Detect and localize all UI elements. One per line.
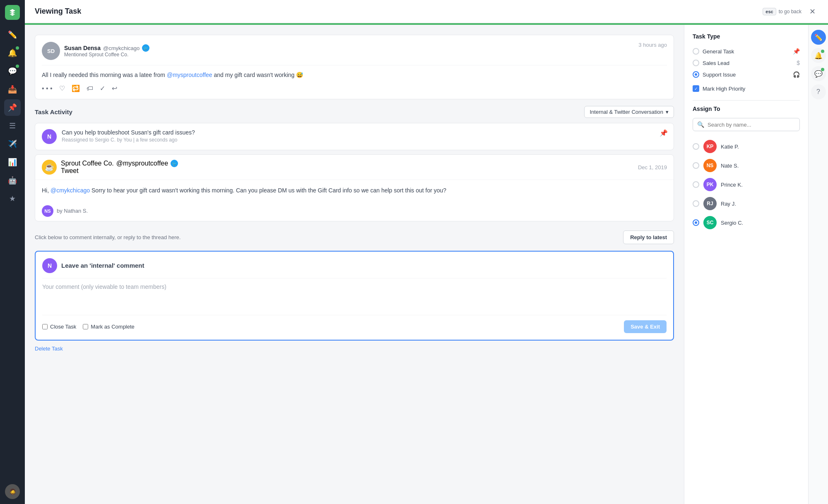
assign-to-title: Assign To [693, 106, 800, 112]
conversation-dropdown[interactable]: Internal & Twitter Conversation ▾ [584, 106, 674, 118]
nathan-avatar: NS [42, 205, 53, 217]
tweet-body-link-2[interactable]: @cmykchicago [51, 187, 90, 194]
tag-button[interactable]: 🏷 [87, 85, 93, 92]
right-action-bar: ✏️ 🔔 💬 ? [808, 25, 828, 504]
assignee-katie[interactable]: KP Katie P. [693, 137, 800, 156]
complete-button[interactable]: ✓ [100, 84, 105, 92]
activity-meta: Reassigned to Sergio C. by You | a few s… [62, 137, 195, 143]
compose-action-icon[interactable]: ✏️ [811, 30, 826, 45]
nate-avatar: NS [703, 159, 717, 172]
search-input[interactable] [708, 122, 795, 128]
task-type-list: General Task 📌 Sales Lead $ Support Issu… [693, 46, 800, 80]
like-button[interactable]: ♡ [59, 84, 65, 92]
high-priority-row[interactable]: ✓ Mark High Priority [693, 85, 800, 92]
general-task-radio[interactable] [693, 48, 699, 55]
activity-tweet-header: ☕ Sprout Coffee Co. @mysproutcoffee 🐦 Tw… [35, 155, 674, 180]
assignee-sergio[interactable]: SC Sergio C. [693, 213, 800, 232]
reply-button[interactable]: ↩ [112, 84, 117, 92]
tweet-body-prefix: All I really needed this morning was a l… [42, 72, 167, 78]
search-box: 🔍 [693, 118, 800, 131]
mark-complete-label: Mark as Complete [91, 324, 134, 330]
app-logo[interactable] [5, 5, 20, 20]
close-button[interactable]: ✕ [806, 6, 818, 17]
tweet-handle: @cmykchicago [103, 45, 140, 51]
task-type-support[interactable]: Support Issue 🎧 [693, 69, 800, 80]
tweet-subtitle: Mentioned Sprout Coffee Co. [64, 52, 149, 58]
tweet-body: All I really needed this morning was a l… [42, 65, 667, 79]
user-avatar[interactable]: 🧔 [5, 484, 20, 499]
tweet-type: Tweet [61, 167, 178, 175]
headset-type-icon: 🎧 [793, 71, 800, 78]
prince-radio[interactable] [693, 181, 699, 188]
assignee-nate[interactable]: NS Nate S. [693, 156, 800, 175]
tweet-body-text-2: Sorry to hear your gift card wasn't work… [90, 187, 446, 194]
mark-complete-checkbox[interactable] [83, 324, 88, 329]
pin-type-icon: 📌 [793, 48, 800, 55]
activity-tweet-card: ☕ Sprout Coffee Co. @mysproutcoffee 🐦 Tw… [35, 154, 674, 221]
reply-latest-button[interactable]: Reply to latest [623, 230, 674, 244]
tweet-body-link[interactable]: @mysproutcoffee [167, 72, 212, 78]
task-type-support-left: Support Issue [693, 71, 736, 78]
close-task-checkbox[interactable] [42, 324, 48, 329]
assignee-prince[interactable]: PK Prince K. [693, 175, 800, 194]
body-layout: SD Susan Densa @cmykchicago 🐦 Mentioned … [25, 25, 828, 504]
katie-radio[interactable] [693, 143, 699, 150]
ray-avatar: RJ [703, 197, 717, 210]
star-icon[interactable]: ★ [4, 190, 21, 207]
tweet-user-avatar: SD [42, 42, 60, 60]
analytics-icon[interactable]: 📊 [4, 154, 21, 170]
assignee-ray[interactable]: RJ Ray J. [693, 194, 800, 213]
prince-name: Prince K. [721, 182, 743, 188]
search-icon: 🔍 [697, 121, 704, 128]
task-type-sales[interactable]: Sales Lead $ [693, 57, 800, 69]
list-icon[interactable]: ☰ [4, 118, 21, 134]
sidebar: ✏️ 🔔 💬 📥 📌 ☰ ✈️ 📊 🤖 ★ 🧔 [0, 0, 25, 504]
inbox-icon[interactable]: 📥 [4, 81, 21, 98]
tweet-user-name: Susan Densa [64, 45, 101, 51]
support-issue-radio[interactable] [693, 71, 699, 78]
back-hint-text: to go back [779, 9, 802, 14]
delete-task-button[interactable]: Delete Task [35, 346, 63, 352]
support-issue-label: Support Issue [703, 72, 736, 78]
save-exit-button[interactable]: Save & Exit [624, 320, 667, 333]
sergio-radio[interactable] [693, 219, 699, 226]
activity-tweet-body: Hi, @cmykchicago Sorry to hear your gift… [35, 180, 674, 201]
mark-complete-checkbox-label[interactable]: Mark as Complete [83, 324, 134, 330]
notification-action-icon[interactable]: 🔔 [811, 48, 826, 63]
reply-hint: Click below to comment internally, or re… [35, 234, 181, 240]
chat-action-icon[interactable]: 💬 [811, 66, 826, 81]
tasks-icon[interactable]: 📌 [4, 99, 21, 116]
brand-avatar: ☕ [42, 160, 57, 175]
brand-handle: @mysproutcoffee [116, 160, 168, 167]
send-icon[interactable]: ✈️ [4, 136, 21, 152]
brand-name-row: Sprout Coffee Co. @mysproutcoffee 🐦 [61, 160, 178, 167]
sergio-avatar: SC [703, 216, 717, 229]
general-task-label: General Task [703, 48, 734, 55]
high-priority-checkbox[interactable]: ✓ [693, 85, 699, 92]
chat-badge [821, 68, 824, 71]
sales-lead-radio[interactable] [693, 60, 699, 66]
task-type-title: Task Type [693, 33, 800, 40]
ray-radio[interactable] [693, 200, 699, 207]
nate-radio[interactable] [693, 162, 699, 169]
message-icon[interactable]: 💬 [4, 63, 21, 79]
compose-icon[interactable]: ✏️ [4, 26, 21, 43]
sergio-name: Sergio C. [721, 220, 743, 226]
dollar-type-icon: $ [797, 60, 800, 66]
notification-badge [16, 46, 19, 50]
page-title: Viewing Task [35, 7, 758, 16]
tweet-user-name-row: Susan Densa @cmykchicago 🐦 [64, 44, 149, 52]
more-options-button[interactable]: • • • [42, 85, 53, 92]
comment-textarea[interactable] [42, 283, 667, 308]
bot-icon[interactable]: 🤖 [4, 172, 21, 189]
tweet-date: Dec 1, 2019 [638, 164, 667, 170]
chevron-down-icon: ▾ [666, 109, 669, 115]
help-action-icon[interactable]: ? [811, 84, 826, 99]
close-task-checkbox-label[interactable]: Close Task [42, 324, 76, 330]
comment-box: N Leave an 'internal' comment Close Task… [35, 251, 674, 341]
notification-icon[interactable]: 🔔 [4, 45, 21, 61]
comment-user-avatar: N [42, 258, 57, 273]
task-type-general[interactable]: General Task 📌 [693, 46, 800, 57]
retweet-button[interactable]: 🔁 [72, 84, 80, 92]
pin-icon: 📌 [660, 129, 668, 137]
